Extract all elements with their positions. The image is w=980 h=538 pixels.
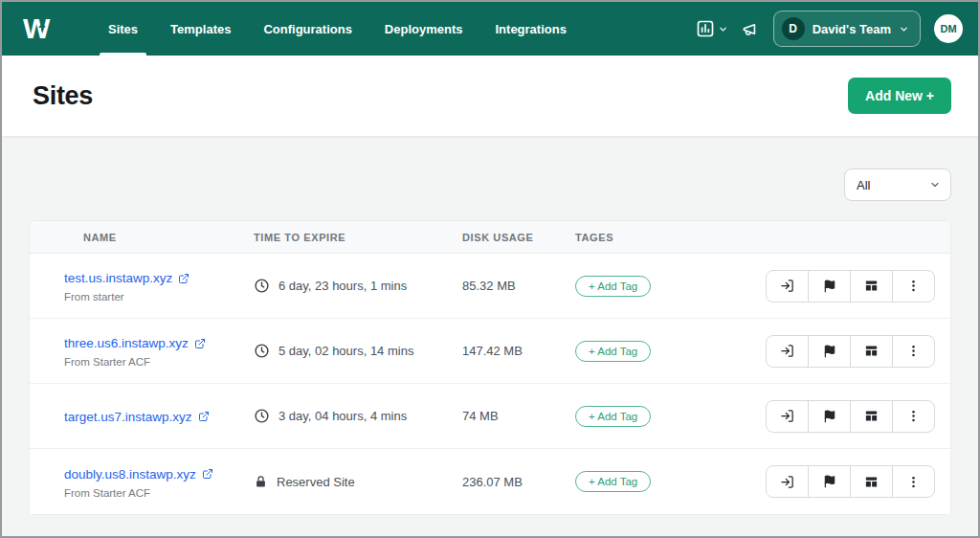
login-icon (780, 279, 794, 293)
add-new-button[interactable]: Add New + (848, 78, 951, 114)
nav-item-templates[interactable]: Templates (154, 2, 247, 56)
external-link-icon[interactable] (194, 338, 206, 349)
nav-item-sites[interactable]: Sites (92, 2, 154, 56)
table-row: target.us7.instawp.xyz 3 day, 04 hours, … (30, 384, 950, 449)
table-row: three.us6.instawp.xyz From Starter ACF 5… (30, 319, 950, 384)
panels-icon (864, 344, 879, 358)
site-name-cell: target.us7.instawp.xyz (64, 408, 254, 425)
table-header-row: NAME TIME TO EXPIRE DISK USAGE TAGES (30, 221, 950, 254)
filter-selected-value: All (857, 178, 870, 192)
command-center-button[interactable] (850, 465, 893, 498)
action-button-group (766, 335, 935, 368)
flag-button[interactable] (808, 270, 851, 303)
announcements-button[interactable] (742, 20, 760, 38)
chevron-down-icon (899, 24, 909, 34)
site-template-label: From Starter ACF (64, 487, 254, 499)
site-template-label: From starter (64, 291, 254, 303)
lightning-bolt-icon (36, 16, 49, 37)
more-actions-button[interactable] (892, 335, 935, 368)
external-link-icon[interactable] (202, 468, 213, 480)
expire-cell: 6 day, 23 hours, 1 mins (254, 278, 462, 294)
login-icon (780, 409, 794, 423)
megaphone-icon (742, 20, 760, 38)
column-header-tags: TAGES (575, 232, 766, 243)
expire-text: 3 day, 04 hours, 4 mins (278, 409, 407, 423)
tags-cell: + Add Tag (575, 276, 766, 297)
external-link-icon[interactable] (178, 273, 189, 284)
nav-item-label: Configurations (263, 22, 351, 36)
filter-row: All (29, 168, 951, 201)
clock-icon (254, 343, 270, 359)
kebab-menu-icon (906, 279, 921, 293)
team-avatar: D (782, 17, 805, 40)
row-actions (766, 270, 935, 303)
team-switcher[interactable]: D David's Team (773, 11, 921, 47)
nav-item-label: Sites (108, 22, 138, 36)
flag-button[interactable] (808, 400, 851, 433)
tags-cell: + Add Tag (575, 406, 766, 427)
page-header: Sites Add New + (2, 56, 978, 136)
add-tag-button[interactable]: + Add Tag (575, 341, 651, 362)
tags-cell: + Add Tag (575, 341, 766, 362)
external-link-icon[interactable] (198, 411, 210, 422)
brand-logo[interactable]: W (23, 10, 67, 48)
row-actions (766, 335, 935, 368)
main-nav: Sites Templates Configurations Deploymen… (92, 2, 583, 56)
site-link[interactable]: target.us7.instawp.xyz (64, 410, 210, 424)
command-center-button[interactable] (850, 270, 893, 303)
bar-chart-icon (696, 19, 715, 38)
flag-icon (823, 345, 836, 358)
stats-dropdown[interactable] (696, 19, 728, 38)
command-center-button[interactable] (850, 335, 893, 368)
login-button[interactable] (766, 465, 809, 498)
flag-icon (823, 475, 836, 488)
expire-text: 6 day, 23 hours, 1 mins (278, 279, 407, 293)
kebab-menu-icon (906, 475, 921, 489)
app-window: W Sites Templates Configurations Deploym… (0, 0, 980, 538)
filter-select[interactable]: All (844, 168, 951, 201)
kebab-menu-icon (906, 409, 921, 423)
nav-item-label: Deployments (385, 22, 463, 36)
site-name: target.us7.instawp.xyz (64, 410, 192, 424)
add-tag-button[interactable]: + Add Tag (575, 276, 651, 297)
table-body: test.us.instawp.xyz From starter 6 day, … (30, 254, 950, 514)
disk-usage: 74 MB (462, 409, 575, 423)
nav-item-label: Templates (170, 22, 231, 36)
add-tag-button[interactable]: + Add Tag (575, 406, 651, 427)
command-center-button[interactable] (850, 400, 893, 433)
flag-button[interactable] (808, 335, 851, 368)
navbar-right: D David's Team DM (696, 11, 963, 47)
more-actions-button[interactable] (892, 465, 935, 498)
panels-icon (864, 409, 879, 423)
site-name-cell: test.us.instawp.xyz From starter (64, 269, 254, 303)
user-avatar[interactable]: DM (934, 14, 963, 43)
team-name: David's Team (813, 22, 891, 36)
site-template-label: From Starter ACF (64, 356, 254, 368)
clock-icon (254, 278, 270, 294)
chevron-down-icon (718, 24, 728, 34)
more-actions-button[interactable] (892, 270, 935, 303)
site-link[interactable]: three.us6.instawp.xyz (64, 336, 206, 350)
action-button-group (766, 270, 935, 303)
site-link[interactable]: doubly.us8.instawp.xyz (64, 467, 213, 482)
login-button[interactable] (766, 270, 809, 303)
login-button[interactable] (766, 335, 809, 368)
add-tag-button[interactable]: + Add Tag (575, 471, 651, 492)
nav-item-label: Integrations (496, 22, 567, 36)
action-button-group (766, 465, 935, 498)
nav-item-deployments[interactable]: Deployments (368, 2, 479, 56)
nav-item-configurations[interactable]: Configurations (247, 2, 368, 56)
page-title: Sites (33, 81, 93, 111)
nav-item-integrations[interactable]: Integrations (479, 2, 583, 56)
site-name: doubly.us8.instawp.xyz (64, 467, 196, 482)
flag-button[interactable] (808, 465, 851, 498)
row-actions (766, 400, 935, 433)
column-header-disk: DISK USAGE (462, 232, 575, 243)
site-link[interactable]: test.us.instawp.xyz (64, 271, 189, 285)
table-row: doubly.us8.instawp.xyz From Starter ACF … (30, 449, 950, 514)
expire-text: Reserved Site (277, 475, 355, 489)
lock-icon (254, 475, 268, 489)
login-icon (780, 475, 794, 489)
more-actions-button[interactable] (892, 400, 935, 433)
login-button[interactable] (766, 400, 809, 433)
